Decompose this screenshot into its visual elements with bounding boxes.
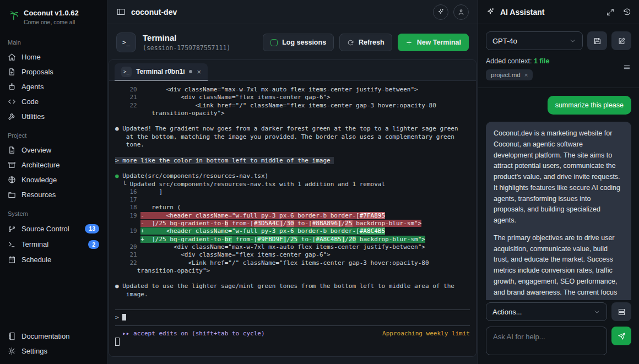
terminal-line: ● Update(src/components/resources-nav.ts… xyxy=(115,172,470,180)
sidebar-item-schedule[interactable]: Schedule xyxy=(0,252,107,267)
section-label-project: Project xyxy=(0,124,107,143)
terminal-line: 19 + <header className="w-full py-3 px-6… xyxy=(115,227,470,235)
app-title: Coconut v1.0.62 xyxy=(24,9,79,17)
sidebar-item-label: Source Control xyxy=(21,225,69,233)
account-button[interactable] xyxy=(453,4,469,20)
save-conversation-button[interactable] xyxy=(587,31,607,50)
panel-toggle-icon[interactable] xyxy=(116,7,126,17)
model-row: GPT-4o xyxy=(478,24,639,56)
stack-button[interactable] xyxy=(611,302,631,321)
actions-select[interactable]: Actions... xyxy=(486,302,607,321)
sidebar-item-knowledge[interactable]: Knowledge xyxy=(0,172,107,187)
sidebar-item-home[interactable]: Home xyxy=(0,50,107,64)
terminal-line: 22 <Link href="/" className="flex items-… xyxy=(115,259,470,267)
context-file-chip[interactable]: project.md × xyxy=(486,69,533,80)
context-menu-icon[interactable] xyxy=(622,63,631,72)
terminal-line xyxy=(115,298,470,306)
sidebar: Coconut v1.0.62 Come one, come all MainH… xyxy=(0,0,107,364)
ask-ai-input[interactable] xyxy=(486,327,606,352)
sidebar-item-overview[interactable]: Overview xyxy=(0,143,107,157)
log-sessions-label: Log sessions xyxy=(282,39,326,46)
terminal-line xyxy=(115,117,470,125)
sidebar-item-utilities[interactable]: Utilities xyxy=(0,109,107,124)
refresh-label: Refresh xyxy=(359,39,385,46)
terminal-title: Terminal xyxy=(143,33,230,42)
checkbox-icon xyxy=(270,39,278,46)
sidebar-item-documentation[interactable]: Documentation xyxy=(0,329,107,344)
sparkles-button[interactable] xyxy=(433,4,448,20)
terminal-line: 16 ] xyxy=(115,188,470,196)
sidebar-item-settings[interactable]: Settings xyxy=(0,344,107,358)
history-icon[interactable] xyxy=(622,8,631,17)
sidebar-item-resources[interactable]: Resources xyxy=(0,187,107,202)
terminal-tab[interactable]: >_ Terminal r0bn1i × xyxy=(115,63,208,81)
terminal-line: transition-opacity"> xyxy=(115,110,470,117)
model-select[interactable]: GPT-4o xyxy=(486,31,583,50)
sidebar-item-label: Agents xyxy=(21,83,44,91)
resources-icon xyxy=(8,191,16,199)
sidebar-item-label: Terminal xyxy=(21,240,48,248)
context-file-name: project.md xyxy=(491,72,521,78)
terminal-icon: >_ xyxy=(116,32,136,52)
agents-icon xyxy=(8,83,16,91)
sidebar-item-terminal[interactable]: Terminal2 xyxy=(0,237,107,253)
sidebar-item-architecture[interactable]: Architecture xyxy=(0,157,107,172)
settings-icon xyxy=(8,347,16,355)
utilities-icon xyxy=(8,112,16,121)
terminal-line: - ]/25 bg-gradient-to-b from-[#3D5A4C]/3… xyxy=(115,220,470,227)
terminal-prompt-line: > xyxy=(115,314,470,322)
terminal-icon xyxy=(8,240,16,248)
new-chat-button[interactable] xyxy=(611,31,631,50)
terminal-line: 21 <div className="flex items-center gap… xyxy=(115,251,470,259)
terminal-line: └ Updated src/components/resources-nav.t… xyxy=(115,181,470,188)
terminal-line: ● Updated! The gradient now goes from a … xyxy=(115,125,470,133)
sidebar-item-label: Knowledge xyxy=(21,176,57,184)
context-file-count: 1 file xyxy=(534,57,550,65)
schedule-icon xyxy=(8,256,16,264)
ai-paragraph: Coconut.dev is a marketing website for C… xyxy=(494,128,624,226)
knowledge-icon xyxy=(8,176,16,184)
terminal-session-id: (session-1759787557111) xyxy=(143,44,230,52)
sidebar-nav: MainHomeProposalsAgentsCodeUtilitiesProj… xyxy=(0,31,107,267)
terminal-line xyxy=(115,149,470,156)
terminal-line: ● Updated to use the lighter sage/mint g… xyxy=(115,282,470,290)
code-icon xyxy=(8,97,16,106)
sidebar-item-label: Settings xyxy=(21,347,47,355)
terminal-tab-icon: >_ xyxy=(121,67,132,77)
user-message-bubble[interactable]: summarize this please xyxy=(548,96,631,115)
log-sessions-button[interactable]: Log sessions xyxy=(263,34,334,51)
new-terminal-button[interactable]: New Terminal xyxy=(398,34,469,51)
workspace-header: coconut-dev xyxy=(107,0,478,24)
sidebar-item-proposals[interactable]: Proposals xyxy=(0,64,107,79)
overview-icon xyxy=(8,146,16,154)
ai-response-bubble: Coconut.dev is a marketing website for C… xyxy=(486,122,631,300)
assistant-footer: Actions... xyxy=(478,300,639,364)
terminal-tab-label: Terminal r0bn1i xyxy=(136,68,185,75)
sidebar-item-source-control[interactable]: Source Control13 xyxy=(0,221,107,237)
terminal-status-line: ▸▸ accept edits on (shift+tab to cycle)A… xyxy=(115,330,470,338)
chip-close-icon[interactable]: × xyxy=(524,72,528,78)
section-label-main: Main xyxy=(0,31,107,50)
terminal-divider xyxy=(115,325,470,326)
terminal-line: 19 - <header className="w-full py-3 px-6… xyxy=(115,212,470,220)
send-button[interactable] xyxy=(611,327,631,345)
sidebar-item-label: Resources xyxy=(21,191,56,199)
chat-area[interactable]: summarize this please Coconut.dev is a m… xyxy=(478,88,639,300)
sidebar-item-label: Home xyxy=(21,53,41,61)
tab-close-icon[interactable]: × xyxy=(197,68,201,75)
main-panel: coconut-dev >_ Terminal (session-1759787… xyxy=(107,0,478,364)
terminal-output[interactable]: 20 <div className="max-w-7xl mx-auto fle… xyxy=(109,81,476,356)
refresh-button[interactable]: Refresh xyxy=(339,34,392,51)
sidebar-item-code[interactable]: Code xyxy=(0,94,107,109)
actions-select-value: Actions... xyxy=(492,308,522,316)
terminal-divider xyxy=(115,309,470,310)
expand-icon[interactable] xyxy=(606,8,615,17)
terminal-line: 21 <div className="flex items-center gap… xyxy=(115,94,470,101)
sidebar-item-agents[interactable]: Agents xyxy=(0,79,107,94)
sidebar-item-label: Proposals xyxy=(21,68,53,76)
home-icon xyxy=(8,53,16,61)
terminal-line: 18 return ( xyxy=(115,204,470,211)
terminal-line: 20 <div className="max-w-7xl mx-auto fle… xyxy=(115,86,470,94)
terminal-line: at the bottom, matching the image you pr… xyxy=(115,133,470,141)
sidebar-item-label: Code xyxy=(21,97,39,106)
